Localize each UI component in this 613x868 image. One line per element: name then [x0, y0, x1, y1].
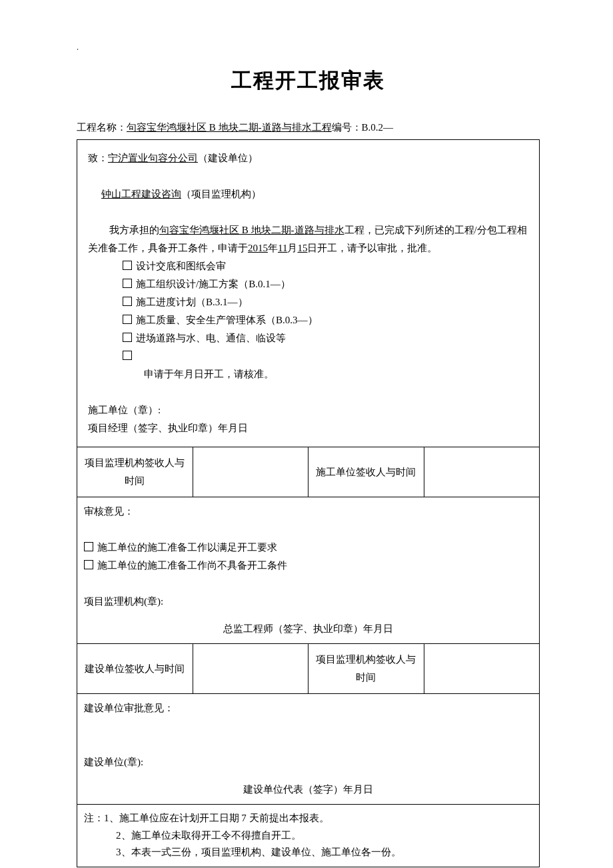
supervisor-role: （项目监理机构） — [181, 189, 261, 199]
sig-construction-recv-value — [424, 447, 540, 497]
supervisor-name: 钟山工程建设咨询 — [101, 189, 181, 199]
day-val: 15 — [297, 243, 307, 253]
supervision-seal: 项目监理机构(章): — [84, 596, 163, 607]
checkbox-6[interactable] — [123, 351, 132, 360]
sig-supervisor-recv-value — [193, 447, 308, 497]
sig-builder-recv-value — [193, 644, 308, 694]
month-label: 月 — [287, 243, 297, 253]
check-label-2: 施工组织设计/施工方案（B.0.1—） — [136, 279, 291, 289]
month-val: 11 — [278, 243, 287, 253]
section-review: 审核意见： 施工单位的施工准备工作以满足开工要求 施工单位的施工准备工作尚不具备… — [77, 497, 540, 644]
check-label-1: 设计交底和图纸会审 — [136, 261, 226, 271]
note-2: 2、施工单位未取得开工令不得擅自开工。 — [84, 830, 301, 841]
sig-builder-recv-label: 建设单位签收人与时间 — [77, 644, 193, 694]
check-label-4: 施工质量、安全生产管理体系（B.0.3—） — [136, 315, 318, 325]
review-checkbox-2[interactable] — [84, 560, 93, 569]
year-val: 2015 — [248, 243, 268, 253]
project-name: 句容宝华鸿堰社区 B 地块二期-道路与排水工程 — [127, 122, 332, 133]
header-line: 工程名称：句容宝华鸿堰社区 B 地块二期-道路与排水工程编号：B.0.2— — [77, 121, 540, 134]
review-opt-1: 施工单位的施工准备工作以满足开工要求 — [97, 542, 277, 553]
checkbox-1[interactable] — [123, 261, 132, 270]
checkbox-2[interactable] — [123, 279, 132, 288]
builder-seal: 建设单位(章): — [84, 757, 143, 767]
sig-construction-recv-label: 施工单位签收人与时间 — [308, 447, 424, 497]
section-application: 致：宁沪置业句容分公司（建设单位） 钟山工程建设咨询（项目监理机构） 我方承担的… — [77, 140, 540, 447]
pm-signature-line: 项目经理（签字、执业印章）年月日 — [88, 423, 248, 433]
review-opt-2: 施工单位的施工准备工作尚不具备开工条件 — [97, 560, 287, 571]
day-label: 日开工，请予以审批，批准。 — [307, 243, 437, 253]
check-label-3: 施工进度计划（B.3.1—） — [136, 297, 248, 307]
builder-role: （建设单位） — [198, 153, 258, 163]
note-1: 注：1、施工单位应在计划开工日期 7 天前提出本报表。 — [84, 813, 329, 823]
label-code: 编号： — [332, 122, 362, 133]
label-project: 工程名称： — [77, 122, 127, 133]
section-notes: 注：1、施工单位应在计划开工日期 7 天前提出本报表。 2、施工单位未取得开工令… — [77, 805, 540, 867]
to-label: 致： — [88, 153, 108, 163]
checkbox-4[interactable] — [123, 315, 132, 324]
main-form-table: 致：宁沪置业句容分公司（建设单位） 钟山工程建设咨询（项目监理机构） 我方承担的… — [77, 139, 540, 867]
apply-text: 申请于年月日开工，请核准。 — [88, 365, 528, 383]
chief-engineer-sig: 总监工程师（签字、执业印章）年月日 — [84, 620, 532, 638]
checkbox-5[interactable] — [123, 333, 132, 342]
check-label-5: 进场道路与水、电、通信、临设等 — [136, 333, 286, 343]
note-3: 3、本表一式三份，项目监理机构、建设单位、施工单位各一份。 — [84, 847, 401, 857]
review-heading: 审核意见： — [84, 506, 134, 517]
checkbox-3[interactable] — [123, 297, 132, 306]
sig-supervisor-recv-label: 项目监理机构签收人与时间 — [77, 447, 193, 497]
approval-heading: 建设单位审批意见： — [84, 703, 174, 713]
code-value: B.0.2— — [362, 122, 394, 133]
section-approval: 建设单位审批意见： 建设单位(章): 建设单位代表（签字）年月日 — [77, 694, 540, 805]
review-checkbox-1[interactable] — [84, 542, 93, 551]
para-lead: 我方承担的 — [88, 225, 159, 235]
page-title: 工程开工报审表 — [77, 67, 540, 95]
corner-mark: ‘ — [77, 47, 540, 53]
builder-rep-sig: 建设单位代表（签字）年月日 — [84, 781, 532, 799]
construction-unit-seal: 施工单位（章）: — [88, 405, 161, 415]
sig-supervisor-recv2-value — [424, 644, 540, 694]
builder-name: 宁沪置业句容分公司 — [108, 153, 198, 163]
project-in-para: 句容宝华鸿堰社区 B 地块二期-道路与排水 — [159, 225, 344, 235]
sig-supervisor-recv2-label: 项目监理机构签收人与时间 — [308, 644, 424, 694]
year-label: 年 — [268, 243, 278, 253]
